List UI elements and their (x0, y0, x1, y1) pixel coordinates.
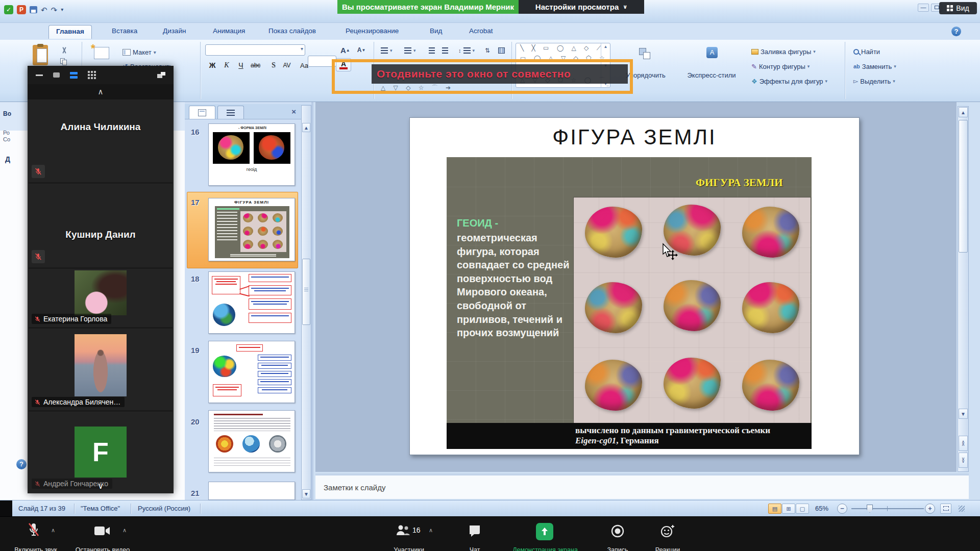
tab-view[interactable]: Вид (423, 25, 449, 39)
scrollbar-thumb[interactable] (959, 120, 968, 253)
zoom-in-button[interactable]: + (925, 504, 935, 514)
redo-icon[interactable]: ↷ (51, 6, 58, 14)
character-spacing-button[interactable]: AV (281, 59, 293, 71)
record-button[interactable]: Запись (594, 521, 641, 551)
slide-sorter-button[interactable]: ⊞ (782, 504, 795, 514)
paste-button[interactable] (33, 44, 50, 67)
slide-editor[interactable]: ФІГУРА ЗЕМЛІ ФИГУРА ЗЕМЛИ ГЕОИД - геомет… (409, 117, 860, 455)
chevron-up-icon[interactable]: ∧ (122, 527, 127, 534)
previous-slide-button[interactable]: ∧∧ (959, 436, 968, 451)
italic-button[interactable]: К (220, 59, 233, 71)
slide-17-thumbnail[interactable]: ФІГУРА ЗЕМЛІ (208, 198, 295, 261)
collapse-panel-button[interactable]: ∧ (28, 84, 174, 99)
tab-acrobat[interactable]: Acrobat (462, 25, 500, 39)
tab-review[interactable]: Рецензирование (338, 25, 406, 39)
zoom-view-button[interactable]: Вид (939, 2, 977, 14)
line-spacing-button[interactable]: ↕▾ (456, 44, 477, 57)
slide-image[interactable]: ФИГУРА ЗЕМЛИ ГЕОИД - геометрическая фигу… (447, 157, 812, 449)
layout-button[interactable]: Макет▾ (120, 46, 158, 58)
slide-title[interactable]: ФІГУРА ЗЕМЛІ (410, 125, 859, 149)
participants-button[interactable]: 16 ∧ Участники (381, 521, 437, 551)
increase-indent-icon[interactable] (440, 44, 450, 57)
tab-slideshow[interactable]: Показ слайдов (261, 25, 323, 39)
shape-effects-button[interactable]: ❖ Эффекты для фигур▾ (749, 75, 829, 87)
scrollbar-thumb[interactable] (302, 259, 310, 325)
scroll-more-chevron-icon[interactable]: ∨ (29, 481, 173, 491)
copy-icon[interactable] (60, 58, 67, 65)
main-scrollbar[interactable]: ▲ ▼ ∧∧ ∨∨ (958, 106, 969, 472)
change-case-button[interactable]: Аа (298, 59, 310, 71)
close-pane-icon[interactable]: × (291, 107, 296, 116)
popout-icon[interactable] (157, 72, 165, 78)
save-icon[interactable] (30, 6, 37, 13)
font-name-combo[interactable] (205, 44, 305, 56)
slide-21-thumbnail[interactable] (208, 482, 295, 500)
tab-home[interactable]: Главная (48, 25, 92, 39)
scroll-down-icon[interactable]: ▼ (959, 409, 968, 419)
zoom-level[interactable]: 65% (815, 505, 828, 512)
scroll-up-icon[interactable]: ▲ (959, 107, 968, 117)
share-screen-button[interactable]: Демонстрация экрана (503, 521, 587, 551)
participant-tile[interactable]: F Андрей Гончаренко ∨ (29, 413, 173, 492)
gallery-view-icon[interactable] (88, 71, 96, 79)
next-slide-button[interactable]: ∨∨ (959, 453, 968, 468)
underline-button[interactable]: Ч (235, 59, 247, 71)
scroll-down-icon[interactable]: ▼ (302, 489, 310, 498)
participant-tile[interactable]: Александра Билячен… (29, 330, 173, 412)
notes-pane[interactable]: Заметки к слайду (315, 473, 969, 499)
slide-19-thumbnail[interactable] (208, 341, 295, 403)
slideshow-button[interactable]: ▢ (796, 504, 809, 514)
tab-insert[interactable]: Вставка (105, 25, 144, 39)
text-direction-button[interactable]: ⇅ (483, 44, 492, 57)
slide-18-thumbnail[interactable] (208, 271, 295, 334)
bold-button[interactable]: Ж (206, 59, 218, 71)
resize-grip[interactable] (959, 506, 965, 512)
select-button[interactable]: ▻ Выделить▾ (851, 75, 897, 87)
zoom-slider-thumb[interactable] (867, 505, 873, 513)
text-shadow-button[interactable]: S (267, 59, 280, 71)
strikethrough-button[interactable]: abc (249, 59, 262, 71)
slides-tab[interactable] (189, 106, 215, 119)
outline-tab[interactable] (217, 106, 244, 119)
shrink-font-button[interactable]: А▼ (355, 44, 368, 56)
find-button[interactable]: Найти (851, 45, 882, 58)
qat-dropdown-icon[interactable]: ▾ (61, 7, 63, 12)
participant-tile[interactable]: Екатерина Горлова (29, 270, 173, 329)
view-settings-button[interactable]: Настройки просмотра∨ (519, 0, 644, 14)
chevron-up-icon[interactable]: ∧ (429, 527, 433, 534)
grow-font-button[interactable]: А▲ (339, 44, 352, 56)
zoom-slider-track[interactable] (851, 508, 924, 509)
numbering-button[interactable]: ▾ (402, 44, 418, 57)
decrease-indent-icon[interactable] (427, 44, 437, 57)
columns-icon[interactable] (496, 44, 507, 57)
chevron-up-icon[interactable]: ∧ (51, 527, 55, 534)
slide-20-thumbnail[interactable] (208, 410, 295, 472)
stop-video-button[interactable]: ∧ Остановить видео (69, 521, 136, 551)
normal-view-button[interactable]: ▤ (768, 504, 781, 514)
minimize-icon[interactable] (36, 74, 43, 76)
chat-button[interactable]: Чат (453, 521, 496, 551)
zoom-out-button[interactable]: − (837, 504, 847, 514)
strip-view-icon[interactable] (70, 72, 78, 79)
status-theme[interactable]: "Тема Office" (81, 505, 120, 512)
cut-icon[interactable] (60, 47, 68, 55)
shape-outline-button[interactable]: ✎ Контур фигуры▾ (749, 60, 812, 72)
quick-styles-button[interactable]: А Экспресс-стили (679, 43, 744, 90)
minimize-button[interactable]: — (918, 4, 929, 12)
help-icon[interactable]: ? (951, 27, 961, 36)
status-language[interactable]: Русский (Россия) (138, 505, 190, 512)
replace-button[interactable]: ab Заменить▾ (851, 60, 898, 72)
bullets-button[interactable]: ▾ (379, 44, 395, 57)
speaker-view-icon[interactable] (53, 72, 60, 78)
tab-design[interactable]: Дизайн (156, 25, 193, 39)
reactions-button[interactable]: Реакции (644, 521, 691, 551)
fit-to-window-button[interactable] (940, 504, 951, 514)
tab-animation[interactable]: Анимация (206, 25, 252, 39)
undo-icon[interactable]: ↶ (41, 6, 47, 14)
shape-fill-button[interactable]: Заливка фигуры▾ (749, 45, 818, 58)
slides-pane-scrollbar[interactable]: ▲ ▼ (301, 105, 311, 500)
participant-tile[interactable]: Алина Чиликина (29, 100, 173, 184)
slide-16-thumbnail[interactable]: - ФОРМА ЗЕМЛІ геоід (208, 123, 295, 186)
participant-tile[interactable]: Кушнир Данил (29, 185, 173, 269)
scroll-up-icon[interactable]: ▲ (302, 123, 310, 132)
